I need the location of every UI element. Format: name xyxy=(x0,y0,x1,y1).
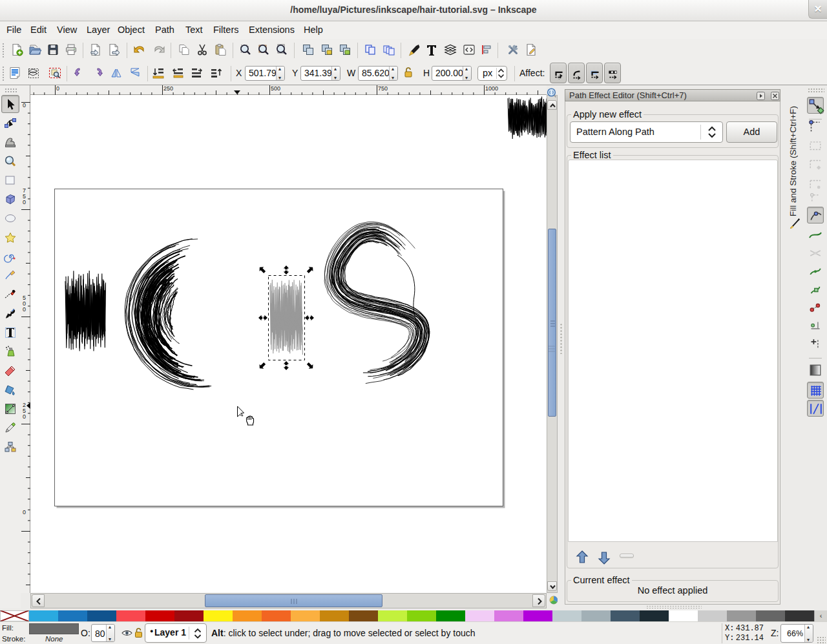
svg-text:250: 250 xyxy=(163,85,173,92)
svg-text:0: 0 xyxy=(23,199,26,205)
svg-text:750: 750 xyxy=(378,85,388,92)
svg-text:0: 0 xyxy=(56,85,59,92)
svg-text:0: 0 xyxy=(23,306,26,313)
svg-text:0: 0 xyxy=(23,509,26,515)
svg-text:500: 500 xyxy=(271,85,280,92)
svg-text:1000: 1000 xyxy=(485,85,498,92)
svg-text:0: 0 xyxy=(23,413,26,420)
svg-text:0: 0 xyxy=(23,102,26,109)
